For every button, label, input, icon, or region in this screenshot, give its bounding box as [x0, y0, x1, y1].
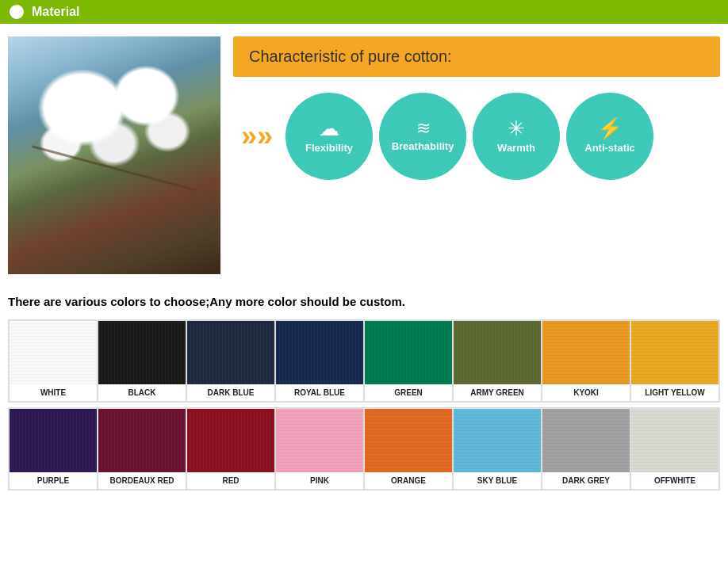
- color-swatch: [10, 409, 97, 472]
- color-name: SKY BLUE: [476, 472, 519, 489]
- breathability-icon: ≋: [416, 120, 429, 137]
- color-name: ARMY GREEN: [469, 384, 526, 401]
- color-swatch: [631, 321, 718, 384]
- color-swatch: [187, 321, 274, 384]
- flexibility-icon: ☁: [319, 118, 339, 139]
- color-swatch: [276, 321, 363, 384]
- color-name: ORANGE: [389, 472, 427, 489]
- color-name: BORDEAUX RED: [108, 472, 175, 489]
- anti-static-circle: ⚡ Anti-static: [566, 93, 653, 180]
- color-cell: SKY BLUE: [453, 408, 542, 490]
- header-title: Material: [32, 5, 79, 19]
- color-cell: ARMY GREEN: [453, 320, 542, 402]
- color-name: ROYAL BLUE: [293, 384, 347, 401]
- breathability-label: Breathability: [392, 140, 454, 153]
- cotton-image: [8, 36, 220, 274]
- anti-static-label: Anti-static: [584, 142, 635, 155]
- double-chevron-icon: »»: [241, 122, 273, 151]
- color-cell: KYOKI: [542, 320, 630, 402]
- color-cell: OFFWHITE: [630, 408, 719, 490]
- color-swatch: [631, 409, 718, 472]
- color-swatch: [542, 321, 630, 384]
- main-section: Characteristic of pure cotton: »» ☁ Flex…: [0, 24, 728, 287]
- warmth-label: Warmth: [497, 142, 535, 155]
- color-name: DARK GREY: [561, 472, 611, 489]
- breathability-circle: ≋ Breathability: [379, 93, 466, 180]
- color-name: LIGHT YELLOW: [643, 384, 706, 401]
- color-cell: DARK BLUE: [186, 320, 275, 402]
- color-cell: PURPLE: [9, 408, 98, 490]
- color-swatch: [276, 409, 363, 472]
- color-swatch: [365, 321, 452, 384]
- color-swatch: [542, 409, 630, 472]
- color-name: RED: [220, 472, 240, 489]
- color-swatch: [187, 409, 274, 472]
- color-swatch: [454, 409, 541, 472]
- flexibility-circle: ☁ Flexibility: [285, 93, 373, 180]
- color-cell: PINK: [275, 408, 364, 490]
- color-grid-row1: WHITEBLACKDARK BLUEROYAL BLUEGREENARMY G…: [8, 319, 720, 403]
- color-name: PURPLE: [36, 472, 71, 489]
- warmth-icon: ✳: [508, 118, 525, 139]
- characteristics-row: »» ☁ Flexibility ≋ Breathability ✳ Warmt…: [233, 93, 720, 180]
- flexibility-label: Flexibility: [305, 142, 353, 155]
- color-cell: BORDEAUX RED: [98, 408, 186, 490]
- color-name: KYOKI: [572, 384, 600, 401]
- color-swatch: [365, 409, 452, 472]
- color-name: BLACK: [127, 384, 158, 401]
- color-cell: DARK GREY: [542, 408, 630, 490]
- color-grid-row2: PURPLEBORDEAUX REDREDPINKORANGESKY BLUED…: [8, 407, 720, 491]
- color-name: DARK BLUE: [206, 384, 256, 401]
- header-dot: [10, 5, 24, 19]
- color-cell: ROYAL BLUE: [275, 320, 364, 402]
- color-cell: LIGHT YELLOW: [630, 320, 719, 402]
- color-name: WHITE: [39, 384, 67, 401]
- color-cell: WHITE: [9, 320, 98, 402]
- color-name: OFFWHITE: [653, 472, 697, 489]
- characteristic-banner: Characteristic of pure cotton:: [233, 36, 720, 77]
- color-cell: BLACK: [98, 320, 186, 402]
- anti-static-icon: ⚡: [597, 118, 623, 139]
- color-cell: GREEN: [364, 320, 453, 402]
- colors-headline: There are various colors to choose;Any m…: [8, 295, 720, 308]
- color-name: GREEN: [393, 384, 424, 401]
- right-content: Characteristic of pure cotton: »» ☁ Flex…: [233, 36, 720, 180]
- color-name: PINK: [308, 472, 331, 489]
- color-swatch: [454, 321, 541, 384]
- color-swatch: [98, 321, 186, 384]
- color-swatch: [98, 409, 186, 472]
- color-cell: ORANGE: [364, 408, 453, 490]
- colors-section: There are various colors to choose;Any m…: [0, 287, 728, 503]
- color-cell: RED: [186, 408, 275, 490]
- header-bar: Material: [0, 0, 728, 24]
- warmth-circle: ✳ Warmth: [473, 93, 560, 180]
- color-swatch: [10, 321, 97, 384]
